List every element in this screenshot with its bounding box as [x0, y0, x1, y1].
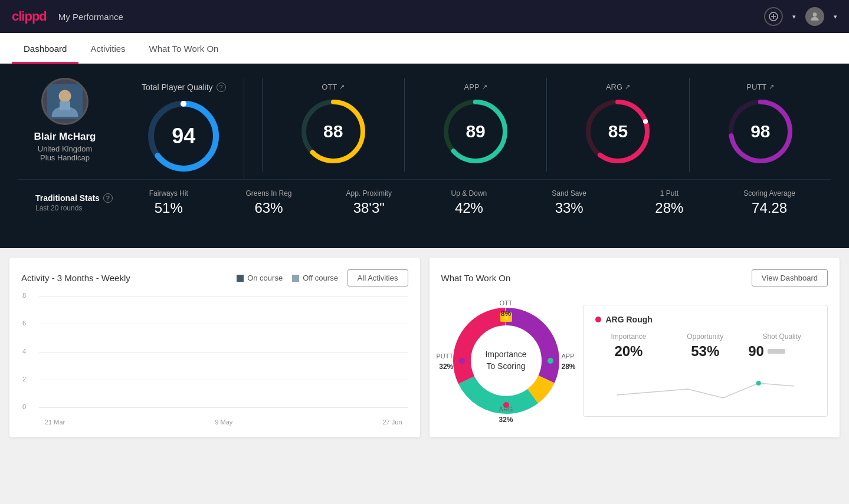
activity-card: Activity - 3 Months - Weekly On course O… [9, 258, 420, 437]
legend-off-course: Off course [292, 274, 338, 282]
arg-value: 85 [608, 121, 628, 141]
player-avatar [41, 78, 88, 125]
putt-arrow: ↗ [769, 83, 774, 91]
logo-text: clippd [12, 9, 47, 24]
user-dropdown-arrow[interactable]: ▾ [834, 13, 837, 21]
legend-on-course: On course [237, 274, 283, 282]
arg-detail-dot [595, 317, 601, 322]
view-dashboard-button[interactable]: View Dashboard [752, 269, 828, 286]
donut-center-text: ImportanceTo Scoring [485, 349, 526, 372]
player-country: United Kingdom [38, 144, 93, 153]
ott-segment-label: OTT 8% [500, 297, 513, 318]
add-dropdown-arrow[interactable]: ▾ [792, 13, 796, 21]
app-circle: 89 [440, 96, 511, 167]
player-name: Blair McHarg [34, 131, 96, 143]
stat-up-down: Up & Down 42% [425, 189, 513, 216]
putt-circle: 98 [725, 96, 796, 167]
arg-detail-title: ARG Rough [595, 315, 816, 324]
stat-fairways-hit: Fairways Hit 51% [124, 189, 213, 216]
score-putt: PUTT ↗ 98 [690, 78, 831, 172]
plus-icon [769, 12, 778, 21]
trad-stats-label: Traditional Stats ? Last 20 rounds [35, 193, 113, 212]
player-avatar-image [47, 84, 83, 119]
app-segment-label: APP 28% [561, 350, 575, 371]
stat-greens-in-reg: Greens In Reg 63% [225, 189, 313, 216]
app-value: 89 [466, 121, 485, 141]
arg-segment-label: ARG 32% [499, 403, 513, 424]
putt-value: 98 [750, 121, 770, 141]
arg-circle: 85 [582, 96, 653, 167]
x-label-1: 21 Mar [45, 419, 65, 426]
header-right: ▾ ▾ [764, 7, 837, 26]
tab-dashboard[interactable]: Dashboard [12, 33, 78, 64]
ott-arrow: ↗ [339, 83, 345, 91]
stat-sand-save: Sand Save 33% [525, 189, 614, 216]
trad-stats-subtitle: Last 20 rounds [35, 204, 113, 212]
app-label: APP ↗ [464, 83, 487, 91]
player-section: Blair McHarg United Kingdom Plus Handica… [18, 78, 831, 179]
ott-label: OTT ↗ [322, 83, 345, 91]
tab-activities[interactable]: Activities [78, 33, 137, 64]
work-card-title: What To Work On [441, 273, 511, 283]
svg-point-29 [459, 358, 465, 364]
total-score-circle: 94 [145, 98, 222, 174]
ott-circle: 88 [298, 96, 369, 167]
avatar-icon [809, 11, 821, 22]
arg-arrow: ↗ [625, 83, 630, 91]
app-arrow: ↗ [482, 83, 487, 91]
what-to-work-on-card: What To Work On View Dashboard [430, 258, 840, 437]
arg-importance: Importance 20% [595, 332, 663, 360]
arg-label: ARG ↗ [606, 83, 630, 91]
off-course-dot [292, 275, 299, 282]
traditional-stats: Traditional Stats ? Last 20 rounds Fairw… [18, 179, 831, 230]
total-quality-label: Total Player Quality ? [142, 83, 226, 92]
stat-scoring-average: Scoring Average 74.28 [725, 189, 814, 216]
score-app: APP ↗ 89 [405, 78, 547, 172]
arg-trend-svg [595, 371, 816, 407]
svg-point-20 [758, 100, 763, 104]
trad-info-icon[interactable]: ? [103, 193, 113, 203]
arg-detail-stats: Importance 20% Opportunity 53% Shot Qual… [595, 332, 816, 360]
x-axis-labels: 21 Mar 9 May 27 Jun [39, 419, 408, 426]
arg-trend-chart [595, 371, 816, 407]
add-button[interactable] [764, 7, 783, 26]
arg-detail-card: ARG Rough Importance 20% Opportunity 53%… [583, 305, 828, 417]
svg-point-14 [473, 100, 478, 104]
chart-legend: On course Off course All Activities [237, 269, 408, 286]
svg-point-5 [59, 90, 71, 103]
work-content: ⭐ ImportanceTo Scoring OTT 8% APP 28% AR… [441, 296, 828, 426]
category-scores: OTT ↗ 88 APP ↗ [262, 78, 831, 172]
trad-stats-title: Traditional Stats ? [35, 193, 113, 203]
bars-container [39, 296, 408, 408]
activity-chart-title: Activity - 3 Months - Weekly [21, 273, 130, 283]
tab-what-to-work-on[interactable]: What To Work On [137, 33, 231, 64]
tab-nav: Dashboard Activities What To Work On [0, 33, 849, 64]
score-ott: OTT ↗ 88 [263, 78, 405, 172]
svg-rect-6 [60, 101, 70, 110]
donut-chart: ⭐ ImportanceTo Scoring OTT 8% APP 28% AR… [441, 296, 571, 426]
all-activities-button[interactable]: All Activities [348, 269, 408, 286]
work-card-header: What To Work On View Dashboard [441, 269, 828, 286]
x-label-3: 27 Jun [382, 419, 402, 426]
player-stats-panel: Blair McHarg United Kingdom Plus Handica… [0, 64, 849, 248]
activity-chart-area: 8 6 4 2 0 21 Mar 9 May 27 Jun [21, 296, 408, 426]
stat-1putt: 1 Putt 28% [625, 189, 714, 216]
user-avatar[interactable] [805, 7, 824, 26]
putt-segment-label: PUTT 32% [437, 350, 454, 371]
player-info: Blair McHarg United Kingdom Plus Handica… [18, 78, 112, 162]
activity-card-header: Activity - 3 Months - Weekly On course O… [21, 269, 408, 286]
total-score-value: 94 [172, 124, 195, 149]
bottom-section: Activity - 3 Months - Weekly On course O… [0, 248, 849, 447]
x-label-2: 9 May [215, 419, 232, 426]
player-handicap: Plus Handicap [40, 153, 90, 162]
arg-opportunity: Opportunity 53% [671, 332, 739, 360]
app-header: clippd My Performance ▾ ▾ [0, 0, 849, 33]
header-title: My Performance [58, 12, 123, 22]
svg-point-3 [813, 12, 817, 17]
shot-quality-bar [768, 349, 785, 354]
ott-value: 88 [323, 121, 343, 141]
logo: clippd My Performance [12, 9, 123, 24]
svg-point-17 [643, 119, 648, 124]
svg-point-27 [548, 358, 553, 364]
info-icon[interactable]: ? [217, 83, 226, 92]
